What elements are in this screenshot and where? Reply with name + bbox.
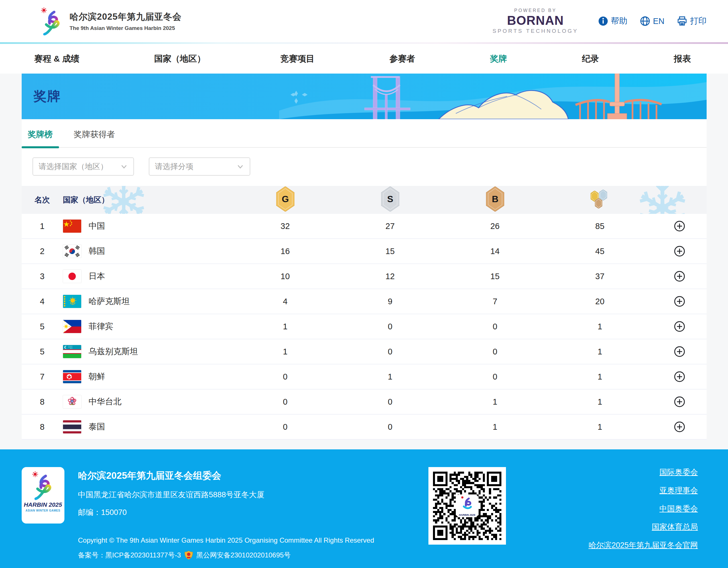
rank-cell: 5 xyxy=(22,347,63,357)
footer-logo-subtitle: ASIAN WINTER GAMES xyxy=(26,509,60,512)
content-card: 奖牌 奖牌榜奖牌获得者 请选择国家（地区） 请选择分项 xyxy=(22,74,707,440)
country-flag xyxy=(63,270,81,283)
nav-item[interactable]: 赛程 & 成绩 xyxy=(34,53,79,65)
country-name: 菲律宾 xyxy=(89,321,113,332)
footer-link-label: 哈尔滨2025年第九届亚冬会官网 xyxy=(588,541,698,549)
country-name: 乌兹别克斯坦 xyxy=(89,346,138,357)
gold-medal-icon: G xyxy=(276,186,294,213)
bornan-wordmark: BORNAN xyxy=(493,14,578,27)
footer-link[interactable]: 亚奥理事会 xyxy=(660,485,698,496)
nav-item-label: 参赛者 xyxy=(389,54,415,63)
nav-item[interactable]: 报表 xyxy=(674,53,691,65)
nav-item[interactable]: 纪录 xyxy=(582,53,599,65)
expand-row-button[interactable] xyxy=(674,270,686,282)
rank-cell: 3 xyxy=(22,272,63,281)
total-medals-icon xyxy=(591,190,609,210)
country-cell: 朝鲜 xyxy=(63,370,233,383)
site-subtitle: The 9th Asian Winter Games Harbin 2025 xyxy=(70,25,182,31)
country-filter-select[interactable]: 请选择国家（地区） xyxy=(32,157,134,176)
nav-item[interactable]: 竞赛项目 xyxy=(280,53,315,65)
powered-by-label: POWERED BY xyxy=(493,8,578,13)
gold-count: 16 xyxy=(233,247,338,256)
printer-icon xyxy=(677,16,687,26)
country-name: 中国 xyxy=(89,220,105,232)
total-count: 1 xyxy=(548,422,652,432)
chevron-down-icon xyxy=(237,163,244,170)
rank-cell: 2 xyxy=(22,247,63,256)
table-row: 8 中华台北 0 0 1 1 xyxy=(22,390,707,415)
medal-tabs: 奖牌榜奖牌获得者 xyxy=(22,119,707,148)
nav-item-label: 竞赛项目 xyxy=(280,54,315,63)
table-row: 5 菲律宾 1 0 0 1 xyxy=(22,314,707,339)
country-name: 中华台北 xyxy=(89,396,122,408)
footer-link[interactable]: 中国奥委会 xyxy=(660,504,698,514)
svg-text:G: G xyxy=(282,194,289,204)
country-cell: 乌兹别克斯坦 xyxy=(63,345,233,358)
help-button[interactable]: 帮助 xyxy=(598,15,627,27)
gold-count: 10 xyxy=(233,272,338,281)
gold-count: 1 xyxy=(233,322,338,331)
country-flag xyxy=(63,420,81,433)
language-switch[interactable]: EN xyxy=(640,16,664,26)
footer-link-label: 国际奥委会 xyxy=(660,468,698,477)
medal-table-body: 1 中国 32 27 26 85 2 韩国 16 15 14 45 xyxy=(22,214,707,440)
gold-count: 32 xyxy=(233,221,338,231)
print-label: 打印 xyxy=(690,15,707,27)
bornan-subtitle: SPORTS TECHNOLOGY xyxy=(493,28,578,34)
footer-links: 国际奥委会亚奥理事会中国奥委会国家体育总局哈尔滨2025年第九届亚冬会官网 xyxy=(588,467,706,568)
country-cell: 哈萨克斯坦 xyxy=(63,295,233,308)
expand-row-button[interactable] xyxy=(674,296,686,308)
expand-row-button[interactable] xyxy=(674,220,686,232)
expand-row-button[interactable] xyxy=(674,396,686,408)
globe-icon xyxy=(640,16,650,26)
silver-count: 0 xyxy=(338,322,443,331)
expand-row-button[interactable] xyxy=(674,421,686,433)
bronze-count: 15 xyxy=(443,272,548,281)
country-flag xyxy=(63,370,81,383)
country-cell: 韩国 xyxy=(63,245,233,258)
expand-row-button[interactable] xyxy=(674,346,686,358)
silver-count: 27 xyxy=(338,221,443,231)
svg-text:S: S xyxy=(387,194,393,204)
bronze-medal-icon: B xyxy=(486,186,504,213)
footer-link[interactable]: 国际奥委会 xyxy=(660,467,698,477)
tab-label: 奖牌获得者 xyxy=(74,130,115,139)
silver-count: 0 xyxy=(338,397,443,407)
language-label: EN xyxy=(653,17,664,26)
nav-item[interactable]: 国家（地区） xyxy=(154,53,206,65)
harbin-games-logo-icon xyxy=(31,470,55,501)
plus-circle-icon xyxy=(674,321,686,333)
gold-count: 1 xyxy=(233,347,338,357)
tab[interactable]: 奖牌榜 xyxy=(22,129,59,147)
footer-link[interactable]: 哈尔滨2025年第九届亚冬会官网 xyxy=(588,540,698,550)
print-button[interactable]: 打印 xyxy=(677,15,707,27)
total-count: 20 xyxy=(548,297,652,306)
footer-link[interactable]: 国家体育总局 xyxy=(652,522,698,532)
svg-text:B: B xyxy=(492,194,498,204)
total-count: 37 xyxy=(548,272,652,281)
total-count: 1 xyxy=(548,397,652,407)
expand-row-button[interactable] xyxy=(674,321,686,333)
rank-cell: 1 xyxy=(22,221,63,231)
country-flag xyxy=(63,245,81,258)
help-label: 帮助 xyxy=(611,15,627,27)
expand-row-button[interactable] xyxy=(674,245,686,257)
expand-row-button[interactable] xyxy=(674,371,686,383)
footer-org-title: 哈尔滨2025年第九届亚冬会组委会 xyxy=(78,469,374,482)
qr-center-logo: HARBIN 2025 xyxy=(457,495,478,516)
footer-link-label: 国家体育总局 xyxy=(652,523,698,531)
nav-item[interactable]: 参赛者 xyxy=(389,53,415,65)
discipline-filter-select[interactable]: 请选择分项 xyxy=(149,157,250,176)
plus-circle-icon xyxy=(674,245,686,257)
silver-count: 0 xyxy=(338,422,443,432)
total-count: 1 xyxy=(548,322,652,331)
country-cell: 日本 xyxy=(63,270,233,283)
gold-count: 0 xyxy=(233,372,338,382)
harbin-games-logo-icon xyxy=(40,7,63,35)
country-name: 朝鲜 xyxy=(89,371,105,382)
table-row: 4 哈萨克斯坦 4 9 7 20 xyxy=(22,289,707,314)
tab[interactable]: 奖牌获得者 xyxy=(68,129,121,147)
page-title: 奖牌 xyxy=(34,87,61,105)
country-cell: 中华台北 xyxy=(63,395,233,408)
nav-item[interactable]: 奖牌 xyxy=(490,53,507,65)
